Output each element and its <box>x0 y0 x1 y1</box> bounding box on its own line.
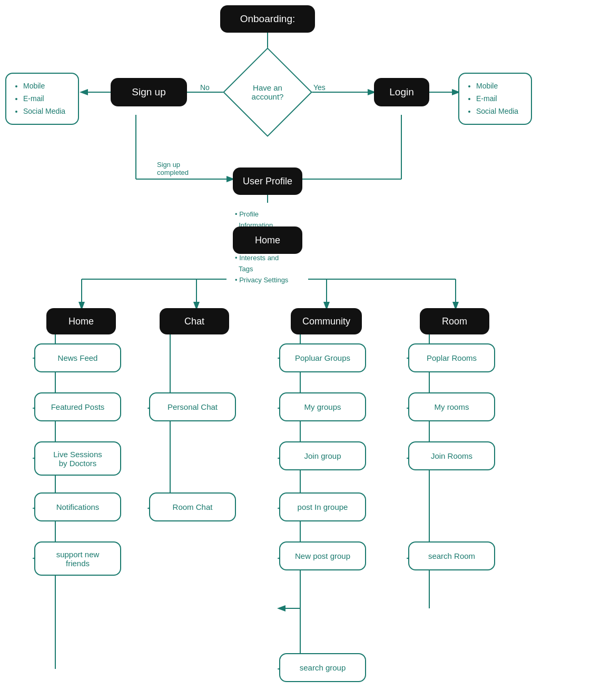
my-rooms-node: My rooms <box>408 392 495 421</box>
featured-posts-node: Featured Posts <box>34 392 121 421</box>
join-rooms-node: Join Rooms <box>408 441 495 470</box>
post-in-group-node: post In groupe <box>279 492 366 521</box>
home-sub-node: Home <box>46 308 116 334</box>
chat-sub-node: Chat <box>160 308 229 334</box>
room-chat-node: Room Chat <box>149 492 236 521</box>
login-node: Login <box>374 78 429 106</box>
signup-list: Mobile E-mail Social Media <box>5 73 79 125</box>
user-profile-node: User Profile <box>233 167 302 195</box>
new-post-group-node: New post group <box>279 541 366 570</box>
news-feed-node: News Feed <box>34 343 121 372</box>
diagram-container: Onboarding: Have an account? No Yes Sign… <box>0 0 611 700</box>
onboarding-node: Onboarding: <box>220 5 315 33</box>
popular-rooms-node: Poplar Rooms <box>408 343 495 372</box>
signup-completed-label: Sign up completed <box>157 153 189 176</box>
home-main-node: Home <box>233 226 302 254</box>
diamond-text: Have an account? <box>225 66 310 119</box>
room-sub-node: Room <box>420 308 489 334</box>
yes-label: Yes <box>313 83 326 92</box>
login-list: Mobile E-mail Social Media <box>458 73 532 125</box>
no-label: No <box>200 83 210 92</box>
notifications-node: Notifications <box>34 492 121 521</box>
my-groups-node: My groups <box>279 392 366 421</box>
personal-chat-node: Personal Chat <box>149 392 236 421</box>
live-sessions-node: Live Sessions by Doctors <box>34 441 121 476</box>
search-group-node: search group <box>279 653 366 682</box>
join-group-node: Join group <box>279 441 366 470</box>
search-room-node: search Room <box>408 541 495 570</box>
popular-groups-node: Popluar Groups <box>279 343 366 372</box>
community-sub-node: Community <box>291 308 362 334</box>
support-friends-node: support new friends <box>34 541 121 576</box>
signup-node: Sign up <box>111 78 187 106</box>
